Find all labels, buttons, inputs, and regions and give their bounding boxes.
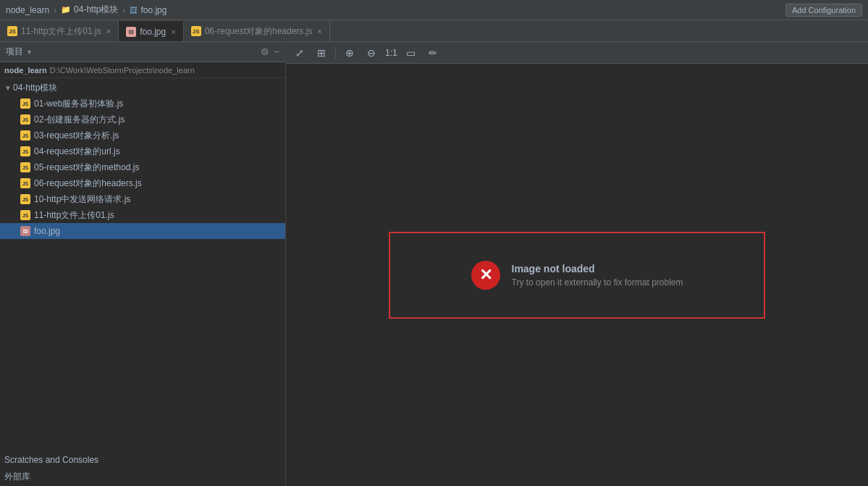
tree-item-10[interactable]: JS 10-http中发送网络请求.js — [0, 191, 285, 207]
js-icon-04: JS — [20, 146, 30, 156]
minimize-icon[interactable]: − — [274, 46, 279, 57]
file-name-11: 11-http文件上传01.js — [34, 209, 114, 222]
file-tree: ▼ 04-http模块 JS 01-web服务器初体验.js JS 02-创建服… — [0, 78, 285, 452]
zoom-label: 1:1 — [385, 48, 397, 58]
dropdown-icon: ▼ — [26, 49, 33, 56]
settings-icon[interactable]: ⚙ — [261, 46, 269, 57]
root-folder-name: 04-http模块 — [13, 82, 57, 94]
file-path-row: node_learn D:\CWork\WebStormProjects\nod… — [0, 62, 285, 78]
project-path: D:\CWork\WebStormProjects\node_learn — [50, 66, 195, 75]
file-icon-breadcrumb: 🖼 — [130, 6, 138, 14]
content-area: ⤢ ⊞ ⊕ ⊖ 1:1 ▭ ✏ ✕ Image not loaded Try t… — [286, 42, 868, 486]
tree-item-03[interactable]: JS 03-request对象分析.js — [0, 127, 285, 143]
tab-06-headers[interactable]: JS 06-request对象的headers.js × — [184, 21, 330, 41]
breadcrumb-folder: 04-http模块 — [74, 4, 118, 16]
breadcrumb: node_learn › 📁 04-http模块 › 🖼 foo.jpg — [6, 4, 167, 16]
error-title: Image not loaded — [512, 263, 683, 275]
sidebar: 项目 ▼ ⚙ − node_learn D:\CWork\WebStormPro… — [0, 42, 286, 486]
js-icon-10: JS — [20, 194, 30, 204]
arrow-icon: ▼ — [4, 84, 13, 92]
tree-item-05[interactable]: JS 05-request对象的method.js — [0, 159, 285, 175]
folder-icon: 📁 — [61, 5, 71, 14]
tree-item-04[interactable]: JS 04-request对象的url.js — [0, 143, 285, 159]
error-icon: ✕ — [471, 261, 500, 290]
tree-item-01[interactable]: JS 01-web服务器初体验.js — [0, 96, 285, 112]
tab-close-2[interactable]: × — [171, 28, 175, 36]
img-file-icon: 🖼 — [126, 27, 136, 37]
file-name-03: 03-request对象分析.js — [34, 130, 119, 142]
breadcrumb-project: node_learn — [6, 5, 49, 15]
sidebar-actions: ⚙ − — [261, 46, 279, 57]
file-name-05: 05-request对象的method.js — [34, 162, 139, 174]
zoom-in-button[interactable]: ⊕ — [342, 45, 358, 61]
tab-close-3[interactable]: × — [317, 27, 321, 35]
js-icon-06: JS — [20, 178, 30, 188]
file-name-04: 04-request对象的url.js — [34, 146, 120, 158]
js-file-icon: JS — [7, 26, 17, 36]
zoom-out-button[interactable]: ⊖ — [363, 45, 379, 61]
image-view: ✕ Image not loaded Try to open it extern… — [286, 64, 868, 486]
js-icon-02: JS — [20, 114, 30, 125]
rect-button[interactable]: ▭ — [403, 45, 419, 61]
tree-item-02[interactable]: JS 02-创建服务器的方式.js — [0, 112, 285, 127]
main-layout: 项目 ▼ ⚙ − node_learn D:\CWork\WebStormPro… — [0, 42, 868, 486]
js-icon-11: JS — [20, 210, 30, 220]
add-configuration-button[interactable]: Add Configuration — [785, 4, 862, 17]
scratches-section[interactable]: Scratches and Consoles — [0, 452, 285, 468]
error-text-block: Image not loaded Try to open it external… — [512, 263, 683, 288]
grid-button[interactable]: ⊞ — [313, 45, 329, 61]
breadcrumb-file: foo.jpg — [140, 5, 167, 15]
tree-item-foo[interactable]: 🖼 foo.jpg — [0, 223, 285, 239]
tab-close-1[interactable]: × — [106, 27, 111, 35]
external-library-section[interactable]: 外部库 — [0, 468, 285, 486]
js-icon-01: JS — [20, 99, 30, 109]
eyedropper-button[interactable]: ✏ — [425, 45, 441, 61]
js-file-icon-3: JS — [191, 26, 201, 36]
tab-label-3: 06-request对象的headers.js — [205, 25, 313, 38]
tab-11-http[interactable]: JS 11-http文件上传01.js × — [0, 21, 119, 41]
tree-folder-root[interactable]: ▼ 04-http模块 — [0, 80, 285, 96]
error-box: ✕ Image not loaded Try to open it extern… — [389, 232, 765, 319]
img-icon-foo: 🖼 — [20, 226, 30, 236]
js-icon-05: JS — [20, 162, 30, 172]
image-toolbar: ⤢ ⊞ ⊕ ⊖ 1:1 ▭ ✏ — [286, 42, 868, 64]
tree-item-11[interactable]: JS 11-http文件上传01.js — [0, 207, 285, 223]
js-icon-03: JS — [20, 130, 30, 141]
error-subtitle: Try to open it externally to fix format … — [512, 277, 683, 288]
file-name-01: 01-web服务器初体验.js — [34, 98, 123, 110]
file-name-10: 10-http中发送网络请求.js — [34, 193, 130, 206]
toolbar-separator-1 — [335, 47, 336, 59]
tab-bar: JS 11-http文件上传01.js × 🖼 foo.jpg × JS 06-… — [0, 20, 868, 42]
tab-label-2: foo.jpg — [140, 27, 166, 37]
tab-foo-jpg[interactable]: 🖼 foo.jpg × — [119, 21, 183, 41]
tree-item-06[interactable]: JS 06-request对象的headers.js — [0, 175, 285, 191]
external-label: 外部库 — [4, 472, 30, 482]
title-bar: node_learn › 📁 04-http模块 › 🖼 foo.jpg Add… — [0, 0, 868, 20]
file-name-02: 02-创建服务器的方式.js — [34, 114, 125, 126]
file-name-06: 06-request对象的headers.js — [34, 177, 142, 190]
sidebar-header: 项目 ▼ ⚙ − — [0, 42, 285, 62]
scratches-label: Scratches and Consoles — [4, 455, 98, 465]
project-name: node_learn — [4, 66, 47, 75]
fit-button[interactable]: ⤢ — [292, 45, 308, 61]
tab-label-1: 11-http文件上传01.js — [21, 25, 101, 38]
file-name-foo: foo.jpg — [34, 226, 60, 236]
sidebar-title: 项目 — [6, 46, 23, 58]
